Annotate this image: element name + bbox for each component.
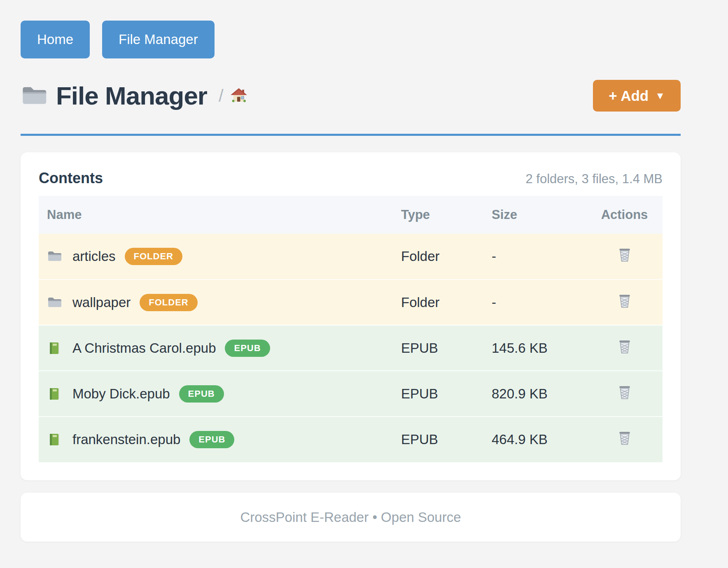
house-icon (230, 87, 247, 105)
table-body: articles FOLDER Folder - (39, 234, 663, 462)
contents-card: Contents 2 folders, 3 files, 1.4 MB Name… (21, 152, 681, 480)
type-cell: Folder (393, 279, 483, 325)
contents-heading: Contents (39, 170, 103, 187)
book-icon (47, 432, 62, 447)
type-badge: FOLDER (140, 294, 197, 311)
contents-summary: 2 folders, 3 files, 1.4 MB (525, 172, 663, 186)
type-cell: EPUB (393, 325, 483, 371)
footer: CrossPoint E-Reader • Open Source (21, 493, 681, 542)
book-icon (47, 386, 62, 401)
table-row: articles FOLDER Folder - (39, 234, 663, 279)
column-header-actions: Actions (586, 196, 663, 234)
type-cell: EPUB (393, 417, 483, 462)
table-row: Moby Dick.epub EPUB EPUB 820.9 KB (39, 371, 663, 417)
header-divider (21, 134, 681, 136)
delete-button[interactable] (617, 247, 632, 264)
size-cell: - (483, 234, 586, 279)
file-name[interactable]: articles (72, 249, 116, 264)
file-name[interactable]: frankenstein.epub (72, 432, 180, 447)
page-title: File Manager (56, 81, 207, 110)
table-header-row: Name Type Size Actions (39, 196, 663, 234)
folder-icon (47, 295, 62, 310)
book-icon (47, 341, 62, 356)
nav-file-manager-button[interactable]: File Manager (102, 21, 215, 58)
trash-icon (617, 338, 632, 355)
type-badge: EPUB (179, 385, 224, 403)
type-badge: EPUB (225, 340, 270, 357)
folder-icon (47, 249, 62, 264)
column-header-type: Type (393, 196, 483, 234)
file-manager-page: { "nav": { "home_label": "Home", "file_m… (0, 0, 728, 568)
column-header-size: Size (483, 196, 586, 234)
delete-button[interactable] (617, 293, 632, 310)
chevron-down-icon: ▼ (655, 90, 665, 102)
size-cell: 820.9 KB (483, 371, 586, 417)
footer-text: CrossPoint E-Reader • Open Source (240, 510, 461, 525)
table-row: frankenstein.epub EPUB EPUB 464.9 KB (39, 417, 663, 462)
size-cell: - (483, 279, 586, 325)
table-row: A Christmas Carol.epub EPUB EPUB 145.6 K… (39, 325, 663, 371)
delete-button[interactable] (617, 338, 632, 356)
file-name[interactable]: wallpaper (72, 295, 131, 310)
add-button-label: + Add (609, 88, 649, 104)
delete-button[interactable] (617, 384, 632, 402)
trash-icon (617, 293, 632, 309)
delete-button[interactable] (617, 430, 632, 447)
size-cell: 145.6 KB (483, 325, 586, 371)
type-badge: FOLDER (125, 248, 182, 265)
type-cell: EPUB (393, 371, 483, 417)
breadcrumb-root-link[interactable] (230, 87, 247, 105)
top-nav: Home File Manager (21, 0, 681, 58)
file-name[interactable]: Moby Dick.epub (72, 386, 170, 402)
trash-icon (617, 247, 632, 263)
content-area: Home File Manager File Manager / + Add (21, 0, 681, 542)
page-header: File Manager / + Add ▼ (21, 80, 681, 112)
trash-icon (617, 430, 632, 446)
trash-icon (617, 384, 632, 400)
size-cell: 464.9 KB (483, 417, 586, 462)
folder-icon (21, 83, 47, 109)
add-button[interactable]: + Add ▼ (593, 80, 681, 112)
breadcrumb-separator: / (219, 86, 224, 106)
type-cell: Folder (393, 234, 483, 279)
column-header-name: Name (39, 196, 393, 234)
nav-home-button[interactable]: Home (21, 21, 90, 58)
contents-card-header: Contents 2 folders, 3 files, 1.4 MB (39, 166, 663, 196)
table-row: wallpaper FOLDER Folder - (39, 279, 663, 325)
file-name[interactable]: A Christmas Carol.epub (72, 340, 216, 356)
files-table: Name Type Size Actions articles FOLDER F… (39, 196, 663, 462)
type-badge: EPUB (189, 431, 234, 448)
